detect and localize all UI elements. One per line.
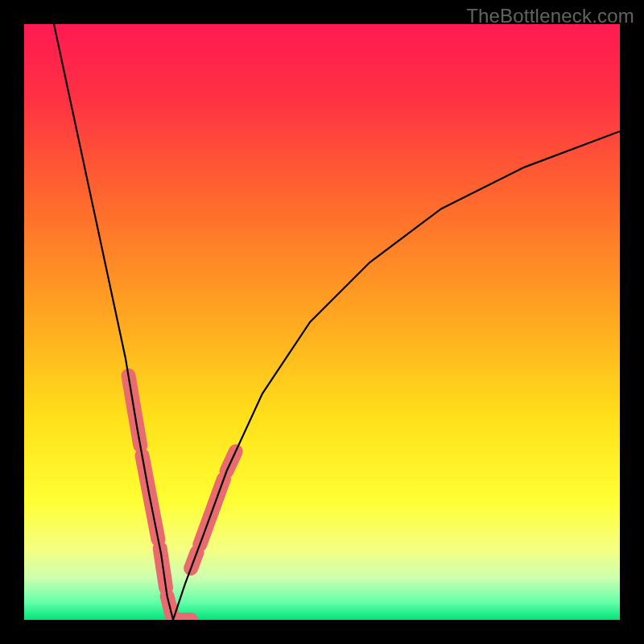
bottleneck-curve [24,24,620,620]
plot-area [24,24,620,620]
highlight-segments [129,376,236,620]
watermark-text: TheBottleneck.com [466,5,634,27]
chart-frame: TheBottleneck.com [0,0,644,644]
curve-right-branch [173,131,620,620]
